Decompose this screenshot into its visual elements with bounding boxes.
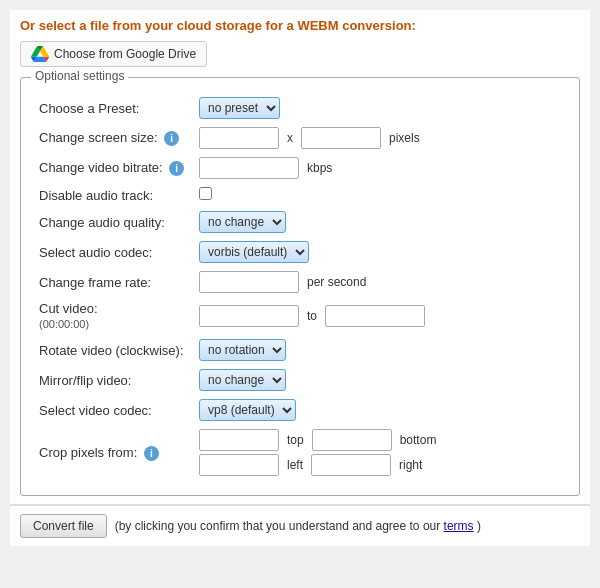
bottom-label: bottom <box>400 433 437 447</box>
optional-settings-legend: Optional settings <box>31 69 128 83</box>
kbps-label: kbps <box>307 161 332 175</box>
mirror-video-select[interactable]: no change <box>199 369 286 391</box>
video-bitrate-input[interactable] <box>199 157 299 179</box>
top-label: top <box>287 433 304 447</box>
crop-top-input[interactable] <box>199 429 279 451</box>
google-drive-button[interactable]: Choose from Google Drive <box>20 41 207 67</box>
footer-section: Convert file (by clicking you confirm th… <box>10 505 590 546</box>
terms-link[interactable]: terms <box>444 519 474 533</box>
frame-rate-control: per second <box>196 267 564 297</box>
audio-quality-label: Change audio quality: <box>36 207 196 237</box>
google-drive-btn-label: Choose from Google Drive <box>54 47 196 61</box>
preset-control: no preset <box>196 93 564 123</box>
preset-label: Choose a Preset: <box>36 93 196 123</box>
audio-quality-control: no change <box>196 207 564 237</box>
mirror-video-row: Mirror/flip video: no change <box>36 365 564 395</box>
audio-codec-control: vorbis (default) <box>196 237 564 267</box>
screen-width-input[interactable] <box>199 127 279 149</box>
mirror-video-control: no change <box>196 365 564 395</box>
crop-right-input[interactable] <box>311 454 391 476</box>
cut-video-label: Cut video: (00:00:00) <box>36 297 196 335</box>
crop-pixels-info-icon[interactable]: i <box>144 446 159 461</box>
frame-rate-input[interactable] <box>199 271 299 293</box>
video-bitrate-row: Change video bitrate: i kbps <box>36 153 564 183</box>
video-codec-label: Select video codec: <box>36 395 196 425</box>
disable-audio-row: Disable audio track: <box>36 183 564 207</box>
x-label: x <box>287 131 293 145</box>
video-codec-row: Select video codec: vp8 (default) <box>36 395 564 425</box>
crop-left-input[interactable] <box>199 454 279 476</box>
cut-video-control: to <box>196 297 564 335</box>
terms-text: (by clicking you confirm that you unders… <box>115 519 481 533</box>
screen-size-label: Change screen size: i <box>36 123 196 153</box>
frame-rate-row: Change frame rate: per second <box>36 267 564 297</box>
video-bitrate-info-icon[interactable]: i <box>169 161 184 176</box>
settings-table: Choose a Preset: no preset Change screen… <box>36 93 564 480</box>
crop-pixels-control: top bottom left right <box>196 425 564 480</box>
pixels-label: pixels <box>389 131 420 145</box>
crop-pixels-row: Crop pixels from: i top bottom left <box>36 425 564 480</box>
crop-pixels-label: Crop pixels from: i <box>36 425 196 480</box>
audio-quality-select[interactable]: no change <box>199 211 286 233</box>
preset-select[interactable]: no preset <box>199 97 280 119</box>
disable-audio-label: Disable audio track: <box>36 183 196 207</box>
video-bitrate-label: Change video bitrate: i <box>36 153 196 183</box>
optional-settings-panel: Optional settings Choose a Preset: no pr… <box>20 77 580 496</box>
audio-codec-select[interactable]: vorbis (default) <box>199 241 309 263</box>
disable-audio-control <box>196 183 564 207</box>
cut-video-to-input[interactable] <box>325 305 425 327</box>
cloud-storage-label: Or select a file from your cloud storage… <box>20 18 580 33</box>
video-codec-select[interactable]: vp8 (default) <box>199 399 296 421</box>
frame-rate-label: Change frame rate: <box>36 267 196 297</box>
cut-video-hint: (00:00:00) <box>39 318 89 330</box>
cut-video-from-input[interactable] <box>199 305 299 327</box>
audio-codec-row: Select audio codec: vorbis (default) <box>36 237 564 267</box>
screen-size-row: Change screen size: i x pixels <box>36 123 564 153</box>
screen-size-control: x pixels <box>196 123 564 153</box>
screen-height-input[interactable] <box>301 127 381 149</box>
convert-button[interactable]: Convert file <box>20 514 107 538</box>
video-bitrate-control: kbps <box>196 153 564 183</box>
cut-video-row: Cut video: (00:00:00) to <box>36 297 564 335</box>
preset-row: Choose a Preset: no preset <box>36 93 564 123</box>
to-label: to <box>307 309 317 323</box>
video-codec-control: vp8 (default) <box>196 395 564 425</box>
disable-audio-checkbox[interactable] <box>199 187 212 200</box>
audio-codec-label: Select audio codec: <box>36 237 196 267</box>
rotate-video-control: no rotation <box>196 335 564 365</box>
right-label: right <box>399 458 422 472</box>
per-second-label: per second <box>307 275 366 289</box>
rotate-video-select[interactable]: no rotation <box>199 339 286 361</box>
left-label: left <box>287 458 303 472</box>
mirror-video-label: Mirror/flip video: <box>36 365 196 395</box>
google-drive-icon <box>31 46 49 62</box>
screen-size-info-icon[interactable]: i <box>164 131 179 146</box>
rotate-video-row: Rotate video (clockwise): no rotation <box>36 335 564 365</box>
rotate-video-label: Rotate video (clockwise): <box>36 335 196 365</box>
crop-bottom-input[interactable] <box>312 429 392 451</box>
audio-quality-row: Change audio quality: no change <box>36 207 564 237</box>
